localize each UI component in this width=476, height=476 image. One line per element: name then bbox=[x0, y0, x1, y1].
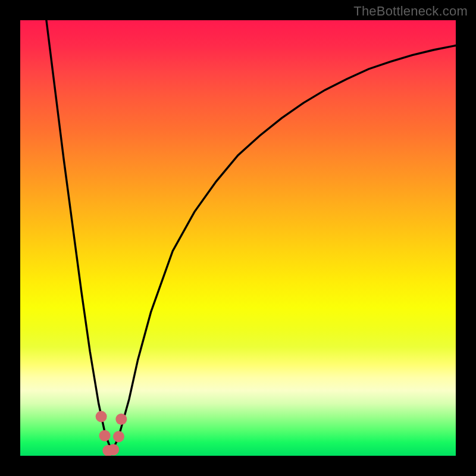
chart-frame: TheBottleneck.com bbox=[0, 0, 476, 476]
plot-area bbox=[20, 20, 456, 456]
watermark-text: TheBottleneck.com bbox=[353, 4, 468, 19]
right-ascend-marker bbox=[115, 414, 127, 425]
left-ascend-marker bbox=[96, 411, 107, 422]
trough-markers bbox=[96, 411, 127, 456]
curve-svg bbox=[20, 20, 456, 456]
trough-right-marker bbox=[108, 444, 119, 455]
right-lower-marker bbox=[113, 431, 124, 442]
bottleneck-curve bbox=[46, 20, 456, 452]
left-lower-marker bbox=[99, 430, 111, 441]
